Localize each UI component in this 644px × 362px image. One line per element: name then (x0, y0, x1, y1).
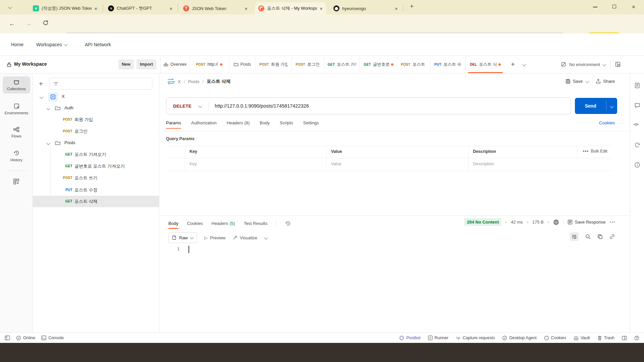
request-activity-icon[interactable] (634, 142, 640, 148)
response-tab-body[interactable]: Body (168, 221, 178, 226)
link-response-icon[interactable] (609, 234, 615, 239)
forward-icon[interactable]: → (25, 20, 32, 27)
tree-collection-x[interactable]: X (33, 91, 159, 103)
tree-request-write-post[interactable]: POST 포스트 쓰기 (33, 172, 159, 184)
tree-request-delete-post[interactable]: GET 포스트 삭제 (33, 196, 159, 207)
response-time[interactable]: 42 ms (511, 220, 523, 225)
toggle-sidebar-icon[interactable] (5, 336, 10, 340)
save-options-chevron-icon[interactable] (586, 79, 589, 83)
raw-view-select[interactable]: Raw (168, 232, 197, 243)
tab-scripts[interactable]: Scripts (280, 120, 293, 125)
status-badge[interactable]: 204 No Content (464, 218, 501, 226)
close-button[interactable]: × (632, 4, 635, 10)
tab-post-login[interactable]: POST 로그인 (291, 56, 324, 73)
rail-environments[interactable]: Environments (3, 103, 30, 115)
import-button[interactable]: Import (137, 59, 156, 69)
browser-tab-active[interactable]: 포스트 삭제 - My Workspace × (255, 2, 326, 14)
view-options-chevron-icon[interactable] (264, 236, 268, 239)
tree-request-signup[interactable]: POST 회원 가입 (33, 114, 159, 125)
value-placeholder[interactable]: Value (331, 162, 341, 166)
wrap-text-icon[interactable] (570, 232, 579, 241)
tab-overview[interactable]: Overview (161, 56, 190, 73)
tab-search-icon[interactable] (8, 5, 12, 9)
trash-button[interactable]: Trash (597, 336, 615, 341)
tab-put-edit[interactable]: PUT 포스트 수정 (430, 56, 466, 73)
tab-settings[interactable]: Settings (303, 120, 319, 125)
workspace-title[interactable]: My Workspace (14, 61, 47, 67)
cookies-button[interactable]: Cookies (544, 336, 566, 341)
tree-request-login[interactable]: POST 로그인 (33, 126, 159, 137)
key-placeholder[interactable]: Key (190, 162, 197, 166)
minimize-button[interactable] (593, 7, 597, 7)
tree-request-get-posts[interactable]: GET 포스트 가져오기 (33, 149, 159, 160)
tab-list-chevron-icon[interactable] (522, 62, 526, 66)
share-button[interactable]: Share (596, 79, 615, 84)
tab-get-posts[interactable]: GET 포스트 가져오기 (324, 56, 360, 73)
tab-body[interactable]: Body (260, 120, 270, 125)
environment-selector[interactable]: No environment (561, 56, 621, 73)
response-more-icon[interactable] (610, 222, 615, 223)
environment-quick-look-icon[interactable] (615, 61, 621, 67)
tree-folder-auth[interactable]: Auth (33, 103, 159, 114)
tree-request-edit-post[interactable]: PUT 포스트 수정 (33, 184, 159, 196)
save-response-button[interactable]: Save Response (568, 220, 606, 225)
response-splitter[interactable] (159, 216, 630, 216)
rail-collections[interactable]: Collections (3, 76, 30, 94)
tab-authorization[interactable]: Authorization (191, 120, 217, 125)
info-icon[interactable] (634, 162, 640, 168)
browser-tab-5[interactable]: hyeonseogo × (330, 2, 401, 14)
save-button[interactable]: Save (566, 79, 583, 84)
desktop-agent-button[interactable]: Desktop Agent (502, 336, 536, 341)
tab-post-signup[interactable]: POST 회원 가입 (256, 56, 291, 73)
tab-posts-folder[interactable]: Posts (229, 56, 256, 73)
layout-panes-icon[interactable] (622, 336, 627, 340)
tab-close-icon[interactable]: × (245, 6, 248, 11)
nav-home[interactable]: Home (11, 42, 23, 47)
tab-del-delete-active[interactable]: DEL 포스트 삭제 (466, 56, 505, 73)
browser-tab-1[interactable]: v (작성중) JSON Web Token × (30, 2, 101, 14)
code-snippet-icon[interactable]: </> (634, 122, 638, 126)
sidebar-filter-input[interactable] (50, 78, 152, 90)
add-request-tab-button[interactable]: + (511, 61, 515, 68)
tree-request-get-post-by-id[interactable]: GET 글번호로 포스트 가져오기 (33, 161, 159, 172)
nav-api-network[interactable]: API Network (85, 42, 111, 47)
tab-post-http[interactable]: POST http:// (190, 56, 229, 73)
help-icon[interactable] (634, 336, 639, 341)
back-icon[interactable]: ← (9, 20, 15, 27)
tab-get-post-by-id[interactable]: GET 글번호로 (360, 56, 397, 73)
send-options-chevron-icon[interactable] (606, 103, 617, 109)
search-response-icon[interactable] (585, 234, 591, 239)
new-button[interactable]: New (118, 59, 134, 69)
copy-response-icon[interactable] (597, 234, 603, 239)
response-body-editor[interactable]: 1 (159, 244, 619, 333)
response-size[interactable]: 175 B (532, 220, 544, 225)
environment-chevron-icon[interactable] (602, 62, 606, 66)
breadcrumb-folder[interactable]: Posts (188, 79, 200, 84)
tab-close-icon[interactable]: × (169, 6, 172, 11)
tab-params[interactable]: Params (166, 120, 181, 125)
nav-workspaces[interactable]: Workspaces (36, 42, 67, 47)
maximize-button[interactable] (612, 5, 616, 8)
preview-button[interactable]: ▷ Preview (204, 235, 225, 240)
browser-tab-3[interactable]: T JSON Web Token × (180, 2, 251, 14)
request-url-input[interactable]: http://127.0.0.1:9090/posts/174581742232… (215, 103, 309, 109)
configure-sidebar-icon[interactable] (13, 178, 20, 185)
console-button[interactable]: Console (41, 336, 64, 340)
rail-flows[interactable]: Flows (3, 126, 30, 138)
response-tab-test-results[interactable]: Test Results (244, 221, 268, 226)
method-select[interactable]: DELETE (166, 104, 208, 109)
visualize-button[interactable]: Visualize (233, 235, 257, 240)
capture-requests-button[interactable]: Capture requests (456, 336, 495, 341)
breadcrumb-request-name[interactable]: 포스트 삭제 (207, 78, 230, 84)
runner-button[interactable]: Runner (428, 336, 448, 340)
browser-tab-2[interactable]: ✳ ChatGPT - 챗GPT × (105, 2, 176, 14)
postbot-button[interactable]: Postbot (399, 336, 420, 341)
comments-icon[interactable] (634, 103, 640, 109)
documentation-icon[interactable] (634, 82, 640, 88)
description-placeholder[interactable]: Description (473, 162, 494, 166)
send-button[interactable]: Send (575, 98, 617, 114)
reload-icon[interactable] (42, 19, 49, 26)
tab-close-icon[interactable]: × (320, 6, 323, 11)
tab-post-write[interactable]: POST 포스트 쓰기 (397, 56, 430, 73)
response-tab-headers[interactable]: Headers (5) (212, 221, 235, 226)
